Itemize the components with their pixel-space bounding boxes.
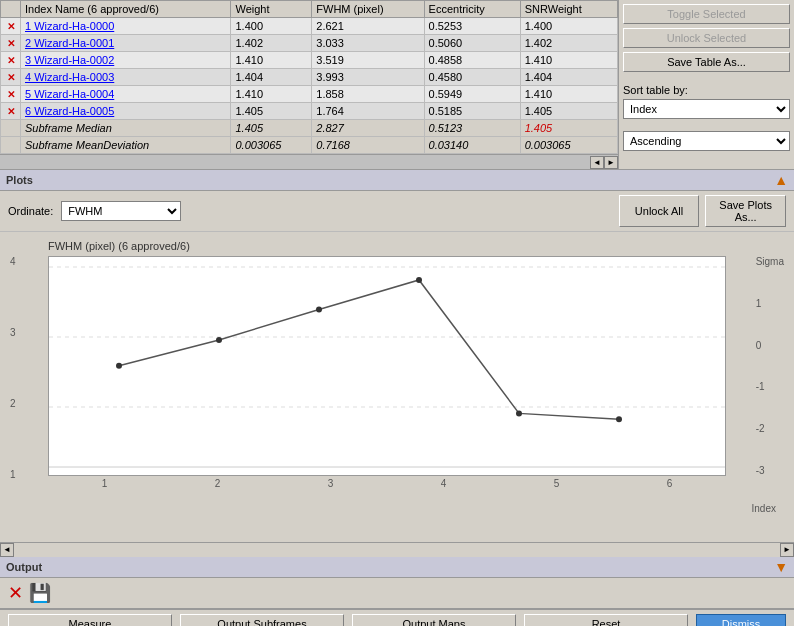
table-scrollbar: ◄ ► bbox=[0, 154, 618, 169]
y-label-2: 2 bbox=[10, 398, 16, 409]
index-axis-label: Index bbox=[752, 503, 776, 514]
row-fwhm: 3.993 bbox=[312, 69, 424, 86]
subframe-weight: 0.003065 bbox=[231, 137, 312, 154]
subframe-checkbox bbox=[1, 120, 21, 137]
output-subframes-button[interactable]: Output Subframes bbox=[180, 614, 344, 626]
col-header-eccentricity[interactable]: Eccentricity bbox=[424, 1, 520, 18]
sigma-label-n3: -3 bbox=[756, 465, 784, 476]
y-label-4: 4 bbox=[10, 256, 16, 267]
top-panel: Index Name (6 approved/6) Weight FWHM (p… bbox=[0, 0, 794, 170]
save-table-button[interactable]: Save Table As... bbox=[623, 52, 790, 72]
row-index[interactable]: 4 Wizard-Ha-0003 bbox=[21, 69, 231, 86]
output-maps-button[interactable]: Output Maps bbox=[352, 614, 516, 626]
col-header-index[interactable]: Index Name (6 approved/6) bbox=[21, 1, 231, 18]
output-section: Output ▼ ✕ 💾 bbox=[0, 557, 794, 609]
row-checkbox[interactable]: ✕ bbox=[1, 69, 21, 86]
reset-button[interactable]: Reset bbox=[524, 614, 688, 626]
row-index[interactable]: 2 Wizard-Ha-0001 bbox=[21, 35, 231, 52]
row-weight: 1.400 bbox=[231, 18, 312, 35]
scroll-left-arrow[interactable]: ◄ bbox=[0, 543, 14, 557]
row-eccentricity: 0.5185 bbox=[424, 103, 520, 120]
sort-section: Sort table by: IndexWeightFWHMEccentrici… bbox=[623, 84, 790, 151]
subframe-weight: 1.405 bbox=[231, 120, 312, 137]
row-fwhm: 2.621 bbox=[312, 18, 424, 35]
bottom-toolbar: Measure Output Subframes Output Maps Res… bbox=[0, 609, 794, 626]
row-index[interactable]: 1 Wizard-Ha-0000 bbox=[21, 18, 231, 35]
unlock-all-button[interactable]: Unlock All bbox=[619, 195, 700, 227]
table-row: ✕ 1 Wizard-Ha-0000 1.400 2.621 0.5253 1.… bbox=[1, 18, 618, 35]
table-row: ✕ 3 Wizard-Ha-0002 1.410 3.519 0.4858 1.… bbox=[1, 52, 618, 69]
row-snrweight: 1.402 bbox=[520, 35, 617, 52]
row-eccentricity: 0.5949 bbox=[424, 86, 520, 103]
row-index[interactable]: 5 Wizard-Ha-0004 bbox=[21, 86, 231, 103]
scroll-right-btn[interactable]: ► bbox=[604, 156, 618, 169]
chart-point bbox=[316, 307, 322, 313]
row-weight: 1.405 bbox=[231, 103, 312, 120]
row-fwhm: 3.033 bbox=[312, 35, 424, 52]
row-eccentricity: 0.4858 bbox=[424, 52, 520, 69]
row-index[interactable]: 3 Wizard-Ha-0002 bbox=[21, 52, 231, 69]
plots-controls-right: Unlock All Save Plots As... bbox=[619, 195, 786, 227]
scroll-track[interactable] bbox=[14, 543, 780, 557]
sort-by-select[interactable]: IndexWeightFWHMEccentricitySNRWeight bbox=[623, 99, 790, 119]
y-label-3: 3 bbox=[10, 327, 16, 338]
horiz-scrollbar: ◄ ► bbox=[0, 542, 794, 556]
col-header-checkbox[interactable] bbox=[1, 1, 21, 18]
table-container[interactable]: Index Name (6 approved/6) Weight FWHM (p… bbox=[0, 0, 618, 154]
subframe-snrweight: 1.405 bbox=[520, 120, 617, 137]
subframe-row: Subframe MeanDeviation 0.003065 0.7168 0… bbox=[1, 137, 618, 154]
unlock-selected-button[interactable]: Unlock Selected bbox=[623, 28, 790, 48]
row-weight: 1.410 bbox=[231, 86, 312, 103]
row-eccentricity: 0.4580 bbox=[424, 69, 520, 86]
table-row: ✕ 2 Wizard-Ha-0001 1.402 3.033 0.5060 1.… bbox=[1, 35, 618, 52]
sort-order-select[interactable]: AscendingDescending bbox=[623, 131, 790, 151]
x-label-6: 6 bbox=[667, 478, 673, 489]
plots-header[interactable]: Plots ▲ bbox=[0, 170, 794, 191]
x-axis-labels: 1 2 3 4 5 6 bbox=[48, 476, 726, 489]
x-label-5: 5 bbox=[554, 478, 560, 489]
subframe-row: Subframe Median 1.405 2.827 0.5123 1.405 bbox=[1, 120, 618, 137]
row-index[interactable]: 6 Wizard-Ha-0005 bbox=[21, 103, 231, 120]
dismiss-button[interactable]: Dismiss bbox=[696, 614, 786, 626]
sigma-label-n1: -1 bbox=[756, 381, 784, 392]
col-header-weight[interactable]: Weight bbox=[231, 1, 312, 18]
row-weight: 1.404 bbox=[231, 69, 312, 86]
subframe-label: Subframe Median bbox=[21, 120, 231, 137]
row-eccentricity: 0.5253 bbox=[424, 18, 520, 35]
x-label-3: 3 bbox=[328, 478, 334, 489]
output-header-label: Output bbox=[6, 561, 42, 573]
toggle-selected-button[interactable]: Toggle Selected bbox=[623, 4, 790, 24]
output-error-icon[interactable]: ✕ bbox=[8, 582, 23, 604]
save-plots-button[interactable]: Save Plots As... bbox=[705, 195, 786, 227]
ordinate-select[interactable]: FWHMWeightEccentricitySNRWeight bbox=[61, 201, 181, 221]
subframe-label: Subframe MeanDeviation bbox=[21, 137, 231, 154]
chart-point bbox=[516, 410, 522, 416]
row-weight: 1.402 bbox=[231, 35, 312, 52]
row-checkbox[interactable]: ✕ bbox=[1, 86, 21, 103]
table-row: ✕ 5 Wizard-Ha-0004 1.410 1.858 0.5949 1.… bbox=[1, 86, 618, 103]
x-label-2: 2 bbox=[215, 478, 221, 489]
row-checkbox[interactable]: ✕ bbox=[1, 18, 21, 35]
output-save-icon[interactable]: 💾 bbox=[29, 582, 51, 604]
subframe-eccentricity: 0.03140 bbox=[424, 137, 520, 154]
scroll-left-btn[interactable]: ◄ bbox=[590, 156, 604, 169]
row-checkbox[interactable]: ✕ bbox=[1, 103, 21, 120]
table-section: Index Name (6 approved/6) Weight FWHM (p… bbox=[0, 0, 619, 169]
row-fwhm: 1.858 bbox=[312, 86, 424, 103]
col-header-fwhm[interactable]: FWHM (pixel) bbox=[312, 1, 424, 18]
output-header[interactable]: Output ▼ bbox=[0, 557, 794, 578]
y-axis: 4 3 2 1 bbox=[10, 256, 16, 480]
table-row: ✕ 6 Wizard-Ha-0005 1.405 1.764 0.5185 1.… bbox=[1, 103, 618, 120]
row-snrweight: 1.404 bbox=[520, 69, 617, 86]
scroll-right-arrow[interactable]: ► bbox=[780, 543, 794, 557]
sigma-label-0: 0 bbox=[756, 340, 784, 351]
row-snrweight: 1.410 bbox=[520, 52, 617, 69]
row-checkbox[interactable]: ✕ bbox=[1, 35, 21, 52]
chart-svg bbox=[48, 256, 726, 476]
chart-area: FWHM (pixel) (6 approved/6) 4 3 2 1 bbox=[0, 232, 794, 542]
subframe-snrweight: 0.003065 bbox=[520, 137, 617, 154]
measure-button[interactable]: Measure bbox=[8, 614, 172, 626]
row-snrweight: 1.400 bbox=[520, 18, 617, 35]
row-checkbox[interactable]: ✕ bbox=[1, 52, 21, 69]
col-header-snrweight[interactable]: SNRWeight bbox=[520, 1, 617, 18]
